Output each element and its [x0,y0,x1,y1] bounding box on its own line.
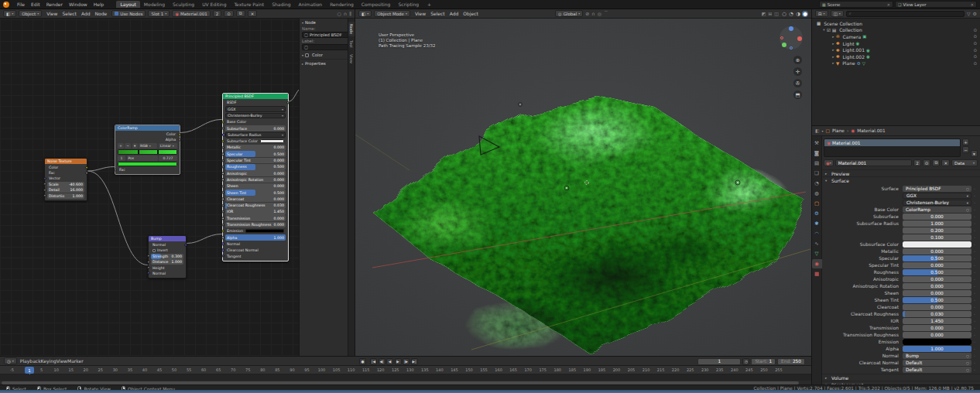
menu-item[interactable]: Object [461,11,481,16]
property-field[interactable]: Christensen-Burley ▾ [903,200,971,206]
node-row[interactable]: Specular Tint 0.000 [225,158,286,164]
visibility-eye-icon[interactable]: ⊙ [973,41,977,46]
input-socket[interactable] [43,194,46,196]
editor-type-button[interactable]: ◧▾ [358,10,372,17]
collection-checkbox-icon[interactable]: ☑ [827,28,831,32]
properties-tab[interactable]: ▤ [812,159,822,168]
menu-item[interactable]: Marker [67,358,84,364]
animate-decorator-icon[interactable]: ◦ [971,270,978,275]
axis-x-negative-icon[interactable] [780,36,783,39]
add-stop-button[interactable]: + [118,143,124,149]
sidebar-tab[interactable]: Tool [348,38,355,50]
editor-type-button[interactable]: ◧▾ [3,10,16,17]
node-row[interactable]: Alpha [118,137,177,142]
node-panel-header[interactable]: ▾Node [300,19,355,26]
properties-tab[interactable]: ✱ [812,219,822,228]
material-selector[interactable]: ◉Material.001 [172,10,210,17]
visibility-eye-icon[interactable]: ⊙ [973,34,977,39]
property-field[interactable]: 0.000 [903,262,971,268]
input-socket[interactable] [147,272,149,274]
animate-decorator-icon[interactable]: ◦ [971,305,978,309]
node-row[interactable]: Alpha 1.000 [225,234,286,241]
animate-decorator-icon[interactable]: ◦ [971,186,978,191]
property-field[interactable]: 0.030 [903,311,971,317]
sidebar-tab[interactable]: View [348,52,355,66]
property-field[interactable] [903,241,971,248]
ramp-stop[interactable] [138,150,140,154]
shading-mode-icon[interactable]: ○ [781,11,787,17]
surface-panel-header[interactable]: ▾Surface [822,176,980,183]
animate-decorator-icon[interactable]: ◦ [971,326,978,330]
color-swatch[interactable] [245,229,284,233]
node-row[interactable]: Invert [151,248,183,253]
properties-tab[interactable]: ◉ [812,259,822,268]
node-row[interactable]: Roughness 0.500 [225,164,286,170]
input-socket[interactable] [114,169,116,171]
input-socket[interactable] [221,191,224,193]
playback-button[interactable]: |▶ [403,358,409,365]
start-frame-field[interactable]: Start: 1 [751,358,776,365]
object-name[interactable]: Light.002 [843,54,865,60]
node-row[interactable]: IOR 1.450 [225,209,286,215]
outliner-row[interactable]: ▸ ▼ Plane ⚙ ▽ ⊙ [812,60,980,67]
property-field[interactable]: 1.000 [903,346,971,352]
animate-decorator-icon[interactable]: ◦ [971,193,978,198]
color-swatch[interactable] [260,139,284,143]
interpolation-dropdown[interactable]: Linear▾ [159,143,177,149]
node-row[interactable]: Clearcoat 0.000 [225,196,286,202]
pin-icon[interactable]: ○ [338,11,341,16]
object-name[interactable]: Light.001 [843,47,865,53]
filter-settings-icon[interactable]: ⚙ [973,11,977,16]
node-row[interactable]: Base Color [225,119,286,125]
property-field[interactable]: 1.000 [903,220,971,227]
animate-decorator-icon[interactable]: ◦ [971,284,978,289]
properties-tab[interactable]: ∿ [812,239,822,248]
property-field[interactable]: GGX ▾ [903,193,971,199]
properties-tab[interactable]: ▩ [812,269,822,279]
link-mode-dropdown[interactable]: Data▾ [951,159,978,166]
menu-item[interactable]: Edit [28,2,43,7]
animate-decorator-icon[interactable]: ◦ [971,354,978,358]
property-field[interactable]: 0.000 [903,304,971,310]
object-name[interactable]: Camera [843,34,862,39]
input-socket[interactable] [221,127,224,129]
node-name-field[interactable]: ▢Principled BSDF [302,32,352,38]
input-socket[interactable] [221,204,224,207]
animate-decorator-icon[interactable]: ◦ [971,242,978,247]
node-row[interactable]: Specular 0.500 [225,151,286,157]
menu-item[interactable]: Select [428,11,447,16]
animate-decorator-icon[interactable]: ◦ [971,298,978,302]
playback-button[interactable]: ▶ [395,358,402,365]
colorramp-gradient[interactable] [118,149,177,155]
node-row[interactable]: Anisotropic Rotation 0.000 [225,177,286,183]
node-colorramp[interactable]: ColorRamp Color Alpha + − ▾ RGB▾ Linear▾ [115,125,180,175]
properties-tab[interactable]: ▽ [812,249,822,258]
menu-item[interactable]: View [57,358,67,364]
input-socket[interactable] [221,172,224,174]
node-row[interactable]: Christensen-Burley ▾ [225,113,286,119]
node-row[interactable]: Distortio 1.000 [47,193,84,199]
properties-tab[interactable]: ⚒ [812,138,822,148]
editor-type-button[interactable]: ◷▾ [4,357,17,364]
node-row[interactable]: Sheen Tint 0.500 [225,190,286,196]
editor-type-icon[interactable]: ◧ [815,128,819,133]
playback-button[interactable]: |◀ [370,358,377,365]
slot-specials-menu[interactable]: ▾ [971,150,978,157]
node-row[interactable]: Normal [151,242,183,248]
animate-decorator-icon[interactable]: ◦ [971,214,978,219]
input-socket[interactable] [221,249,224,251]
workspace-tab[interactable]: Animation [295,1,327,8]
overlay-toggle-icon[interactable]: ◫ [774,11,779,16]
invert-checkbox[interactable] [152,249,156,252]
input-socket[interactable] [43,183,46,185]
animate-decorator-icon[interactable]: ◦ [971,319,978,323]
navigation-gizmo[interactable] [780,26,803,50]
input-socket[interactable] [221,146,224,149]
input-socket[interactable] [43,177,46,179]
animate-decorator-icon[interactable]: ◦ [971,228,978,233]
position-label[interactable]: Pos [127,155,158,161]
properties-tab[interactable]: ❏ [812,169,822,178]
animate-decorator-icon[interactable]: ◦ [971,256,978,261]
visibility-eye-icon[interactable]: ⊙ [973,54,977,59]
workspace-tab[interactable]: Texture Paint [230,1,268,8]
